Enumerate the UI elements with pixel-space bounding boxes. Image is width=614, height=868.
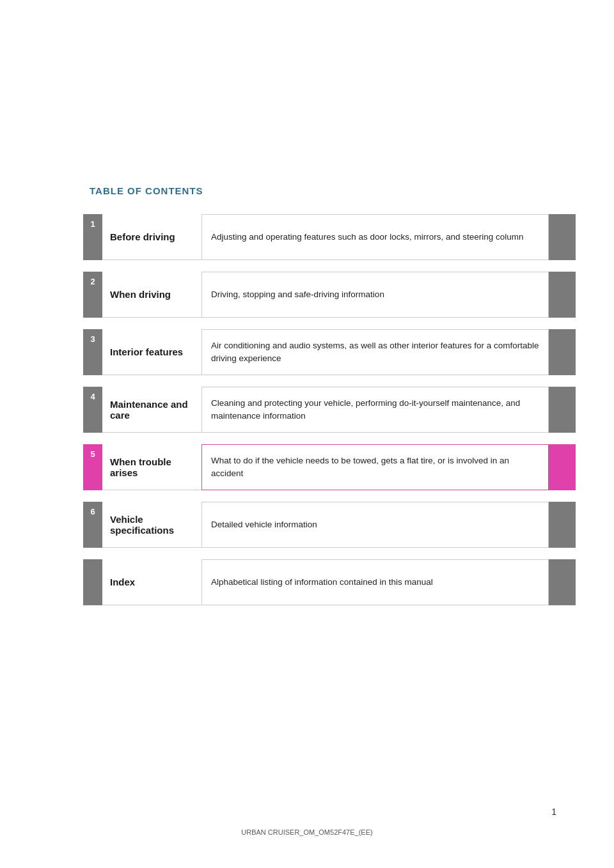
toc-row-6: 6 Vehicle specifications Detailed vehicl…	[83, 502, 576, 548]
toc-label-1: Before driving	[102, 214, 201, 260]
toc-desc-3: Air conditioning and audio systems, as w…	[201, 329, 549, 375]
toc-row-7: Index Alphabetical listing of informatio…	[83, 559, 576, 605]
toc-desc-1: Adjusting and operating features such as…	[201, 214, 549, 260]
toc-tab-1	[549, 214, 576, 260]
page-number: 1	[551, 807, 556, 817]
toc-number-4: 4	[83, 387, 102, 433]
toc-tab-4	[549, 387, 576, 433]
toc-tab-5	[549, 444, 576, 490]
toc-label-6: Vehicle specifications	[102, 502, 201, 548]
toc-section: TABLE OF CONTENTS 1 Before driving Adjus…	[83, 185, 576, 617]
toc-label-5: When trouble arises	[102, 444, 201, 490]
page-container: TABLE OF CONTENTS 1 Before driving Adjus…	[0, 0, 614, 868]
toc-tab-3	[549, 329, 576, 375]
toc-row-1: 1 Before driving Adjusting and operating…	[83, 214, 576, 260]
toc-row-5: 5 When trouble arises What to do if the …	[83, 444, 576, 490]
toc-row-3: 3 Interior features Air conditioning and…	[83, 329, 576, 375]
toc-desc-4: Cleaning and protecting your vehicle, pe…	[201, 387, 549, 433]
toc-label-2: When driving	[102, 272, 201, 318]
toc-number-7	[83, 559, 102, 605]
toc-title: TABLE OF CONTENTS	[83, 185, 576, 196]
toc-number-1: 1	[83, 214, 102, 260]
toc-label-4: Maintenance and care	[102, 387, 201, 433]
toc-tab-7	[549, 559, 576, 605]
toc-row-4: 4 Maintenance and care Cleaning and prot…	[83, 387, 576, 433]
toc-desc-7: Alphabetical listing of information cont…	[201, 559, 549, 605]
toc-desc-6: Detailed vehicle information	[201, 502, 549, 548]
toc-number-6: 6	[83, 502, 102, 548]
toc-number-2: 2	[83, 272, 102, 318]
footer-text: URBAN CRUISER_OM_OM52F47E_(EE)	[0, 828, 614, 836]
toc-desc-5: What to do if the vehicle needs to be to…	[201, 444, 549, 490]
toc-number-3: 3	[83, 329, 102, 375]
toc-number-5: 5	[83, 444, 102, 490]
toc-label-7: Index	[102, 559, 201, 605]
toc-desc-2: Driving, stopping and safe-driving infor…	[201, 272, 549, 318]
toc-label-3: Interior features	[102, 329, 201, 375]
toc-tab-6	[549, 502, 576, 548]
toc-tab-2	[549, 272, 576, 318]
toc-row-2: 2 When driving Driving, stopping and saf…	[83, 272, 576, 318]
